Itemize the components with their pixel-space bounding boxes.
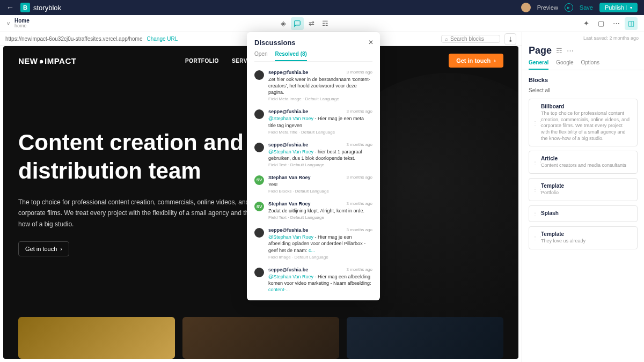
comment-time: 3 months ago: [347, 109, 372, 114]
discussion-item[interactable]: seppe@fushia.be3 months ago@Stephan Van …: [254, 138, 372, 171]
comment-text: @Stephan Van Roey - Hier mag je een meta…: [268, 115, 372, 128]
logo-badge-icon: B: [20, 3, 30, 12]
comment-time: 3 months ago: [347, 142, 372, 147]
user-avatar[interactable]: [521, 3, 531, 12]
comment-author: seppe@fushia.be: [268, 70, 308, 75]
save-link[interactable]: Save: [580, 4, 593, 11]
editor-toolbar: ∨ Home home ◈ ⇄ ☶ ✦ ▢ ⋯ ◫: [0, 15, 644, 32]
blocks-list: ⋮⋮BillboardThe top choice for profession…: [529, 99, 638, 249]
close-icon[interactable]: ✕: [368, 39, 374, 46]
discussion-item[interactable]: SVStephan Van Roey3 months agoZodat de u…: [254, 197, 372, 224]
brand-name: storyblok: [33, 4, 61, 12]
block-card[interactable]: ⋮⋮ArticleContent creators and media cons…: [529, 151, 638, 174]
comment-avatar: SV: [254, 175, 264, 185]
comment-author: seppe@fushia.be: [268, 267, 308, 272]
comment-avatar: [254, 70, 264, 80]
discussions-tabs: Open Resolved (8): [254, 51, 372, 62]
right-panel: Last saved: 2 months ago Page ☶ ⋯ Genera…: [522, 32, 644, 362]
monitor-icon[interactable]: ▢: [595, 17, 608, 30]
breadcrumb-slug: home: [14, 24, 30, 29]
site-logo[interactable]: NEW๑IMPACT: [18, 55, 76, 67]
discussions-title: Discussions: [254, 39, 372, 47]
export-icon[interactable]: ⭳: [504, 33, 516, 45]
right-panel-header: Page ☶ ⋯: [522, 41, 644, 60]
app-logo[interactable]: B storyblok: [20, 3, 61, 12]
drag-handle-icon[interactable]: ⋮⋮: [532, 187, 543, 193]
design-icon[interactable]: ✦: [580, 17, 592, 30]
publish-dropdown-icon[interactable]: ▾: [626, 5, 632, 10]
block-card[interactable]: ⋮⋮TemplateThey love us already: [529, 226, 638, 249]
tab-options[interactable]: Options: [581, 60, 599, 70]
comment-author: seppe@fushia.be: [268, 109, 308, 114]
discussion-item[interactable]: seppe@fushia.be3 months ago@Stephan Van …: [254, 263, 372, 292]
publish-button[interactable]: Publish ▾: [599, 3, 638, 12]
comment-text: @Stephan Van Roey - hier best 1 paragraa…: [268, 149, 372, 161]
thumbnail-item[interactable]: [347, 317, 503, 359]
breadcrumb[interactable]: Home home: [14, 18, 30, 29]
tab-general[interactable]: General: [529, 60, 548, 70]
right-panel-toggle-icon[interactable]: ◫: [625, 17, 638, 30]
select-all-link[interactable]: Select all: [529, 87, 638, 93]
crosshair-icon[interactable]: ◈: [277, 17, 290, 30]
block-desc: Portfolio: [541, 190, 632, 196]
thumbnail-item[interactable]: [182, 317, 339, 359]
page-title: Page: [529, 45, 552, 56]
comment-meta: Field Blocks · Default Language: [268, 189, 372, 194]
block-title: Article: [541, 156, 632, 161]
portfolio-thumbnails: [3, 317, 518, 359]
comment-avatar: [254, 228, 264, 238]
discussion-item[interactable]: seppe@fushia.be3 months ago@Stephan Van …: [254, 105, 372, 138]
search-blocks-input[interactable]: ⌕ Search blocks: [441, 35, 500, 43]
comment-text: Zodat de uitlijning klopt. Alright, komt…: [268, 208, 372, 214]
chevron-right-icon: ›: [60, 246, 62, 252]
comment-time: 3 months ago: [347, 267, 372, 272]
comment-time: 3 months ago: [347, 175, 372, 180]
comment-avatar: [254, 109, 264, 119]
tab-open[interactable]: Open: [254, 51, 267, 61]
discussion-item[interactable]: seppe@fushia.be3 months agoZet hier ook …: [254, 66, 372, 105]
nav-portfolio[interactable]: PORTFOLIO: [185, 58, 219, 64]
comment-meta: Field Text · Default Language: [268, 215, 372, 220]
drag-handle-icon[interactable]: ⋮⋮: [532, 211, 543, 217]
block-title: Billboard: [541, 104, 632, 109]
discussions-list[interactable]: seppe@fushia.be3 months agoZet hier ook …: [254, 66, 372, 292]
discussions-icon[interactable]: [291, 17, 304, 30]
drag-handle-icon[interactable]: ⋮⋮: [532, 235, 543, 241]
search-icon: ⌕: [445, 36, 448, 42]
preview-link[interactable]: Preview: [537, 4, 558, 11]
status-circle-icon[interactable]: ▸: [565, 3, 573, 12]
nav-cta-button[interactable]: Get in touch›: [449, 54, 503, 68]
chevron-down-icon[interactable]: ∨: [6, 20, 10, 26]
back-arrow[interactable]: ←: [6, 3, 14, 12]
tab-resolved[interactable]: Resolved (8): [275, 51, 306, 61]
discussion-item[interactable]: seppe@fushia.be3 months ago@Stephan Van …: [254, 224, 372, 263]
hero-cta-button[interactable]: Get in touch›: [18, 241, 69, 256]
comment-avatar: [254, 268, 264, 277]
sliders-icon[interactable]: ⇄: [305, 17, 318, 30]
workflow-icon[interactable]: ☶: [319, 17, 332, 30]
preview-url: https://newimpact-6ou32cj0u-straffesites…: [5, 36, 143, 42]
block-card[interactable]: ⋮⋮BillboardThe top choice for profession…: [529, 99, 638, 146]
discussion-item[interactable]: SVStephan Van Roey3 months agoYes!Field …: [254, 171, 372, 197]
change-url-link[interactable]: Change URL: [147, 36, 178, 42]
thumbnail-item[interactable]: [18, 317, 175, 359]
block-card[interactable]: ⋮⋮Splash: [529, 205, 638, 222]
chevron-right-icon: ›: [494, 57, 496, 64]
block-card[interactable]: ⋮⋮TemplatePortfolio: [529, 178, 638, 201]
comment-time: 3 months ago: [347, 70, 372, 75]
block-title: Template: [541, 231, 632, 237]
block-title: Splash: [541, 210, 632, 216]
more-icon[interactable]: ⋯: [610, 17, 623, 30]
comment-meta: Field Meta Image · Default Language: [268, 97, 372, 101]
blocks-icon[interactable]: ☶: [556, 47, 562, 55]
hero-subtitle: The top choice for professional content …: [18, 197, 276, 230]
last-saved-label: Last saved: 2 months ago: [522, 32, 644, 41]
drag-handle-icon[interactable]: ⋮⋮: [532, 120, 543, 125]
drag-handle-icon[interactable]: ⋮⋮: [532, 159, 543, 165]
comment-time: 3 months ago: [347, 201, 372, 206]
more-icon[interactable]: ⋯: [567, 47, 574, 55]
tab-google[interactable]: Google: [556, 60, 573, 70]
comment-author: Stephan Van Roey: [268, 201, 311, 206]
comment-meta: Field Text · Default Language: [268, 162, 372, 167]
comment-text: Zet hier ook weer in de bestandsnaam 'co…: [268, 76, 372, 95]
